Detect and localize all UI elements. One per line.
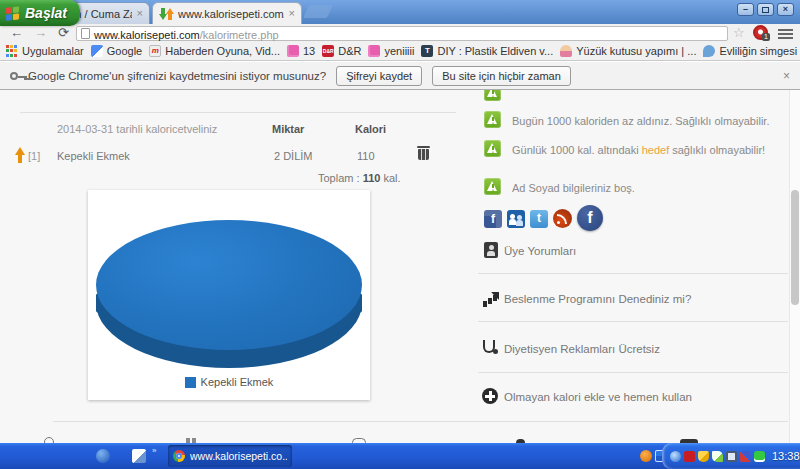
password-save-infobar: Google Chrome'un şifrenizi kaydetmesini … bbox=[0, 61, 800, 90]
tray-hide-icons-chevron[interactable] bbox=[670, 451, 681, 462]
url-path: /kalorimetre.php bbox=[200, 29, 279, 41]
dr-favicon: D&R bbox=[322, 45, 334, 57]
close-button[interactable]: × bbox=[777, 3, 794, 16]
chart-legend: Kepekli Ekmek bbox=[88, 376, 370, 388]
member-comments-icon bbox=[484, 242, 498, 258]
bookmark-dr[interactable]: D&R D&R bbox=[322, 45, 361, 57]
bookmark-apps[interactable]: Uygulamalar bbox=[6, 45, 84, 57]
screen: 13. Takım / Cuma Zayıflama × www.kaloris… bbox=[0, 0, 800, 469]
legend-label: Kepekli Ekmek bbox=[201, 376, 274, 388]
row-food-name[interactable]: Kepekli Ekmek bbox=[57, 150, 130, 162]
apps-grid-icon bbox=[6, 45, 18, 57]
rank-up-arrow-icon bbox=[15, 147, 25, 163]
address-bar[interactable]: www.kalorisepeti.com/kalorimetre.php bbox=[76, 26, 728, 41]
delete-row-trash-icon[interactable] bbox=[418, 146, 429, 160]
myspace-icon[interactable] bbox=[507, 210, 525, 228]
sidebar-divider-1 bbox=[478, 273, 788, 274]
alert-3-text: Ad Soyad bilgileriniz boş. bbox=[512, 182, 635, 194]
reload-icon[interactable]: ⟳ bbox=[58, 25, 69, 40]
sidebar-divider-2 bbox=[478, 321, 788, 322]
back-icon[interactable]: ← bbox=[10, 25, 23, 40]
hedef-link[interactable]: hedef bbox=[642, 144, 670, 156]
start-label: Başlat bbox=[25, 5, 67, 21]
tab2-title: www.kalorisepeti.com/kalori bbox=[178, 8, 284, 20]
bookmark-diy[interactable]: T DIY : Plastik Eldiven v... bbox=[421, 45, 553, 57]
tray-network-monitor-icon[interactable] bbox=[726, 451, 737, 462]
quicklaunch-overflow-icon[interactable]: » bbox=[152, 446, 156, 455]
table-top-divider bbox=[20, 112, 456, 113]
tab-kalorisepeti[interactable]: www.kalorisepeti.com/kalori × bbox=[152, 2, 302, 24]
pie-chart-panel: Kepekli Ekmek bbox=[88, 190, 370, 400]
bookmark-star-icon[interactable]: ☆ bbox=[733, 25, 745, 40]
tray-avast-icon[interactable] bbox=[640, 450, 652, 462]
tray-windows-update-shield-icon[interactable] bbox=[698, 451, 709, 462]
quicklaunch-app-icon[interactable] bbox=[96, 449, 110, 463]
scrollbar-thumb[interactable] bbox=[791, 190, 799, 305]
infobar-close-icon[interactable]: × bbox=[783, 69, 790, 83]
extension-badge: 1 bbox=[762, 33, 770, 41]
task-button-label: www.kalorisepeti.co... bbox=[190, 450, 287, 462]
pie-slice-kepekli-ekmek[interactable] bbox=[96, 220, 362, 350]
bookmark-evlilik[interactable]: Evliliğin simgesi olan al... bbox=[703, 45, 800, 57]
page-icon bbox=[81, 28, 90, 39]
tab2-close-icon[interactable]: × bbox=[289, 8, 295, 19]
add-calorie-plus-icon bbox=[482, 388, 498, 404]
col-kalori: Kalori bbox=[355, 123, 386, 135]
save-password-button[interactable]: Şifreyi kaydet bbox=[336, 66, 422, 86]
row-index: [1] bbox=[28, 150, 40, 162]
total-value: 110 bbox=[363, 172, 381, 184]
url-host: www.kalorisepeti.com bbox=[94, 29, 200, 41]
facebook-share-icon[interactable]: f bbox=[484, 210, 502, 228]
tray-messenger-icon[interactable] bbox=[754, 451, 765, 462]
pink-favicon bbox=[287, 45, 299, 57]
extension-icon[interactable]: 1 bbox=[753, 25, 768, 40]
tray-adobe-icon[interactable] bbox=[684, 451, 695, 462]
maximize-button[interactable] bbox=[757, 3, 774, 16]
bookmark-google[interactable]: Google bbox=[91, 45, 142, 57]
menu-icon[interactable] bbox=[778, 27, 793, 41]
warning-icon-1 bbox=[484, 111, 501, 128]
bookmark-haberden[interactable]: m Haberden Oyuna, Vid... bbox=[149, 45, 280, 57]
bookmark-13[interactable]: 13 bbox=[287, 45, 315, 57]
blue-favicon bbox=[703, 45, 715, 57]
dietitian-ads-link[interactable]: Diyetisyen Reklamları Ücretsiz bbox=[504, 343, 660, 355]
warning-icon-2 bbox=[484, 140, 501, 157]
forward-icon[interactable]: → bbox=[34, 25, 47, 40]
tray-leaf-icon[interactable] bbox=[712, 451, 723, 462]
start-button[interactable]: Başlat bbox=[0, 0, 80, 26]
alert-1-text: Bugün 1000 kaloriden az aldınız. Sağlıkl… bbox=[512, 115, 769, 127]
row-calories: 110 bbox=[357, 150, 375, 162]
bookmark-yeniiiii[interactable]: yeniiiii bbox=[368, 45, 414, 57]
never-save-button[interactable]: Bu site için hiçbir zaman bbox=[432, 66, 571, 86]
cupcake-favicon bbox=[560, 45, 572, 57]
warning-icon-3 bbox=[484, 178, 501, 195]
minimize-button[interactable]: – bbox=[737, 3, 754, 16]
quicklaunch-doc-icon[interactable] bbox=[132, 449, 146, 463]
total-line: Toplam : 110 kal. bbox=[318, 172, 401, 184]
legend-swatch bbox=[185, 377, 196, 388]
stethoscope-icon bbox=[483, 340, 495, 353]
facebook-badge-icon[interactable]: f bbox=[577, 205, 603, 231]
rss-feed-icon[interactable] bbox=[553, 209, 572, 228]
pink-favicon-2 bbox=[368, 45, 380, 57]
nutrition-program-link[interactable]: Beslenme Programını Denediniz mi? bbox=[504, 293, 691, 305]
task-button-kalorisepeti[interactable]: www.kalorisepeti.co... bbox=[168, 445, 292, 467]
system-tray: 13:38 bbox=[662, 443, 800, 469]
row-amount: 2 DİLİM bbox=[274, 150, 313, 162]
tab1-close-icon[interactable]: × bbox=[137, 8, 143, 19]
nutrition-program-chart-icon bbox=[482, 292, 499, 307]
mynet-favicon: m bbox=[149, 45, 161, 57]
footer-divider bbox=[53, 421, 788, 422]
sidebar-divider-3 bbox=[478, 372, 788, 373]
add-calorie-link[interactable]: Olmayan kalori ekle ve hemen kullan bbox=[504, 391, 692, 403]
tray-clock: 13:38 bbox=[772, 450, 800, 462]
google-favicon bbox=[91, 45, 103, 57]
infobar-message: Google Chrome'un şifrenizi kaydetmesini … bbox=[28, 70, 326, 82]
col-miktar: Miktar bbox=[272, 123, 304, 135]
member-comments-link[interactable]: Üye Yorumları bbox=[504, 245, 576, 257]
tray-app-icon[interactable] bbox=[740, 451, 751, 462]
table-date-header: 2014-03-31 tarihli kaloricetveliniz bbox=[57, 123, 217, 135]
kalorisepeti-favicon bbox=[159, 7, 173, 21]
bookmark-yuzuk[interactable]: Yüzük kutusu yapımı | ... bbox=[560, 45, 696, 57]
twitter-icon[interactable]: t bbox=[530, 210, 548, 228]
